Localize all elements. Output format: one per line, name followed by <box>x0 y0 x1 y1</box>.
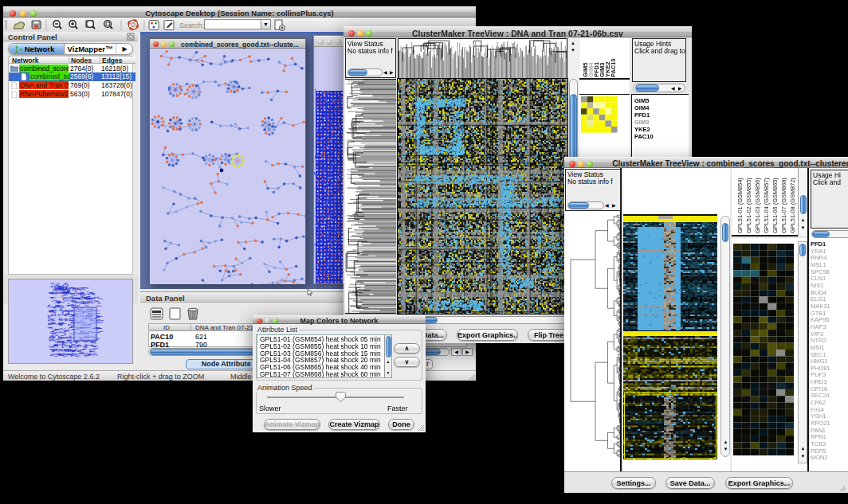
svg-text:PAC10: PAC10 <box>610 58 617 77</box>
svg-text:GPL51-08 (GSM872): GPL51-08 (GSM872) <box>789 178 796 233</box>
svg-text:GPL51-04 (GSM857): GPL51-04 (GSM857) <box>763 178 770 233</box>
svg-text:GPL51-07 (GSM868): GPL51-07 (GSM868) <box>780 178 787 233</box>
svg-text:GPL51-06 (GSM865): GPL51-06 (GSM865) <box>771 178 779 233</box>
svg-text:GPL51-02 (GSM855): GPL51-02 (GSM855) <box>745 178 752 233</box>
svg-text:GPL51-01 (GSM854): GPL51-01 (GSM854) <box>736 178 744 233</box>
svg-text:GPL51-03 (GSM856): GPL51-03 (GSM856) <box>754 178 761 233</box>
